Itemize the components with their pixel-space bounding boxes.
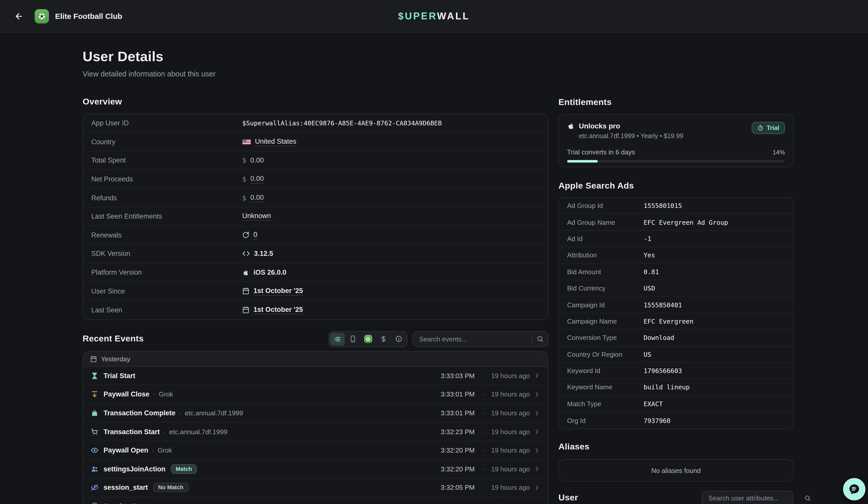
- event-row-transaction-start[interactable]: Transaction Start · etc.annual.7df.1999 …: [83, 423, 548, 441]
- trial-progress-percent: 14%: [773, 149, 785, 156]
- ads-row: Org Id7937960: [559, 412, 793, 429]
- event-filter-segmented-control: [329, 331, 407, 347]
- search-icon[interactable]: [804, 495, 811, 502]
- code-icon: [242, 250, 250, 258]
- ads-row: Country Or RegionUS: [559, 346, 793, 363]
- chevron-right-icon: [534, 391, 540, 398]
- user-attributes-search-input[interactable]: [702, 494, 804, 502]
- entitlement-name: Unlocks pro: [579, 122, 620, 130]
- overview-row-renewals: Renewals 0: [83, 226, 548, 245]
- row-label: Total Spent: [91, 157, 242, 164]
- ads-row: Campaign Id1555850401: [559, 297, 793, 313]
- overview-row-app-user-id: App User ID $SuperwallAlias:40EC9876-A85…: [83, 114, 548, 133]
- dollar-icon: $: [242, 194, 246, 201]
- event-row-session-start[interactable]: Session Start 3:32:05 PM·19 hours ago: [83, 497, 548, 504]
- logo-suffix: WALL: [437, 10, 470, 21]
- ads-row: Ad Id-1: [559, 231, 793, 248]
- app-name: Elite Football Club: [55, 12, 122, 20]
- row-label: Last Seen: [91, 306, 242, 314]
- row-label: Platform Version: [91, 269, 242, 276]
- events-list: Yesterday Trial Start 3:33:03 PM·19 hour…: [83, 351, 548, 504]
- logo-prefix: $UPER: [398, 10, 437, 21]
- row-value[interactable]: Unknown: [242, 212, 271, 221]
- event-row-transaction-complete[interactable]: Transaction Complete · etc.annual.7df.19…: [83, 404, 548, 422]
- chevron-right-icon: [534, 503, 540, 504]
- dollar-icon: $: [242, 175, 246, 183]
- row-value: $SuperwallAlias:40EC9876-A85E-4AE9-8762-…: [242, 119, 442, 127]
- timer-icon: [757, 125, 764, 131]
- event-group-header: Yesterday: [83, 351, 548, 367]
- trial-badge: Trial: [752, 122, 785, 134]
- aliases-empty-card: No aliases found: [558, 459, 794, 482]
- filter-app-events-button[interactable]: [361, 333, 375, 345]
- search-icon[interactable]: [533, 335, 548, 343]
- event-row-session-start-custom[interactable]: session_start No Match 3:32:05 PM·19 hou…: [83, 479, 548, 497]
- overview-row-last-seen: Last Seen 1st October '25: [83, 301, 548, 319]
- event-row-trial-start[interactable]: Trial Start 3:33:03 PM·19 hours ago: [83, 367, 548, 385]
- filter-device-events-button[interactable]: [345, 333, 360, 345]
- app-icon[interactable]: [35, 9, 49, 23]
- ads-row: Conversion TypeDownload: [559, 330, 793, 346]
- ads-row: Keyword Namebuild lineup: [559, 379, 793, 396]
- top-bar: Elite Football Club $UPERWALL: [0, 0, 868, 33]
- user-attributes-search: [702, 491, 794, 504]
- aliases-heading: Aliases: [558, 442, 794, 453]
- overview-row-net-proceeds: Net Proceeds $0.00: [83, 170, 548, 189]
- chevron-right-icon: [534, 372, 540, 379]
- dollar-icon: [380, 335, 387, 343]
- row-label: Net Proceeds: [91, 175, 242, 183]
- row-label: Last Seen Entitlements: [91, 213, 242, 220]
- apple-search-ads-table: Ad Group Id1555801015 Ad Group NameEFC E…: [558, 197, 794, 429]
- arrow-left-icon: [14, 11, 23, 21]
- trial-progress-fill: [567, 160, 598, 162]
- entitlement-card: Unlocks pro etc.annual.7df.1999 • Yearly…: [558, 114, 794, 167]
- event-row-paywall-close[interactable]: Paywall Close · Grok 3:33:01 PM·19 hours…: [83, 385, 548, 404]
- calendar-icon: [90, 355, 97, 362]
- event-row-settings-join-action[interactable]: settingsJoinAction Match 3:32:20 PM·19 h…: [83, 460, 548, 479]
- overview-row-platform-version: Platform Version iOS 26.0.0: [83, 263, 548, 282]
- eye-icon: [90, 446, 99, 454]
- match-badge: Match: [170, 464, 197, 474]
- ads-row: Match TypeEXACT: [559, 396, 793, 412]
- superwall-logo: $UPERWALL: [0, 10, 868, 22]
- overview-row-refunds: Refunds $0.00: [83, 189, 548, 207]
- event-row-paywall-open[interactable]: Paywall Open · Grok 3:32:20 PM·19 hours …: [83, 441, 548, 460]
- overview-row-total-spent: Total Spent $0.00: [83, 151, 548, 170]
- us-flag-icon: [242, 139, 251, 145]
- chat-support-button[interactable]: [843, 478, 866, 501]
- back-button[interactable]: [12, 9, 25, 23]
- ads-row: Bid Amount0.81: [559, 264, 793, 280]
- row-value[interactable]: 1st October '25: [254, 287, 303, 295]
- chevron-right-icon: [534, 465, 540, 473]
- main-column: User Details View detailed information a…: [83, 33, 548, 504]
- row-label: Refunds: [91, 194, 242, 201]
- events-toolbar: [329, 331, 548, 347]
- filter-revenue-events-button[interactable]: [376, 333, 391, 345]
- filter-info-events-button[interactable]: [391, 333, 406, 345]
- overview-row-sdk-version: SDK Version 3.12.5: [83, 245, 548, 263]
- overview-table: App User ID $SuperwallAlias:40EC9876-A85…: [83, 114, 548, 320]
- entitlements-heading: Entitlements: [558, 97, 794, 108]
- chevron-right-icon: [534, 428, 540, 435]
- trial-converts-text: Trial converts in 6 days: [567, 148, 635, 156]
- events-search-input[interactable]: [413, 335, 532, 343]
- row-value[interactable]: 0: [254, 231, 257, 240]
- users-icon: [90, 465, 99, 473]
- shopping-bag-icon: [90, 409, 99, 417]
- row-value[interactable]: 0.00: [250, 175, 264, 183]
- chevron-right-icon: [534, 484, 540, 491]
- row-label: Country: [91, 138, 242, 146]
- event-group-label: Yesterday: [101, 355, 130, 363]
- recent-events-heading: Recent Events: [83, 333, 144, 345]
- app-icon: [364, 335, 372, 343]
- apple-icon: [567, 122, 575, 130]
- page-title: User Details: [83, 48, 548, 65]
- row-value[interactable]: United States: [255, 138, 296, 146]
- row-value: 3.12.5: [254, 250, 273, 258]
- row-value[interactable]: 0.00: [250, 193, 264, 202]
- ads-row: Keyword Id1796566603: [559, 363, 793, 379]
- overview-row-last-seen-entitlements: Last Seen Entitlements Unknown: [83, 207, 548, 226]
- row-value[interactable]: 1st October '25: [254, 305, 303, 314]
- filter-all-events-button[interactable]: [330, 333, 345, 345]
- apple-icon: [242, 269, 249, 276]
